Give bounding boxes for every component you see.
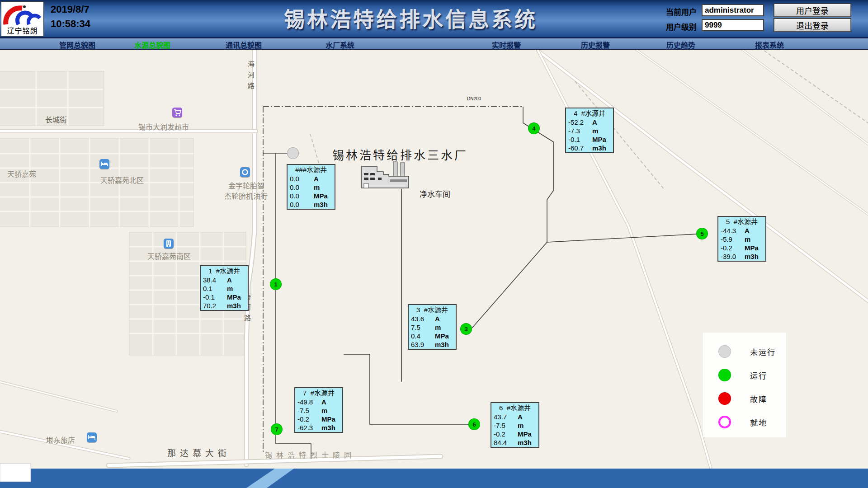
well-value: 43.6: [411, 314, 435, 323]
well-value: -44.3: [721, 226, 745, 235]
header-bar: 辽宁铭朗 2019/8/7 10:58:34 锡林浩特给排水信息系统 当前用户 …: [0, 0, 868, 37]
well-value: -0.2: [494, 430, 518, 438]
well-measurement-row: 0.0A: [288, 174, 335, 183]
legend-status-icon: [718, 416, 731, 428]
tire-icon: [240, 167, 250, 177]
current-user-input[interactable]: [702, 4, 764, 16]
main-nav: 管网总貌图水源总貌图通讯总貌图水厂系统实时报警历史报警历史趋势报表系统: [0, 37, 868, 50]
well-box-1: 1 #水源井38.4A0.1m-0.1MPa70.2m3h: [200, 265, 249, 311]
legend-label: 未运行: [750, 346, 776, 357]
current-user-label: 当前用户: [666, 6, 697, 17]
well-unit: A: [435, 314, 440, 323]
well-unit: A: [518, 413, 523, 421]
login-button[interactable]: 用户登录: [774, 4, 851, 17]
well-value: 0.0: [290, 183, 314, 192]
well-value: -7.3: [568, 127, 592, 135]
well-value: -60.7: [568, 144, 592, 152]
street-label: 锡林浩特烈士陵园: [265, 449, 355, 460]
well-unit: m3h: [314, 200, 328, 209]
well-unit: m3h: [745, 252, 759, 261]
well-measurement-row: -0.2MPa: [491, 430, 538, 438]
legend-label: 就地: [750, 417, 767, 428]
well-measurement-row: -7.5m: [295, 406, 342, 415]
poi-label: 垠东旅店: [46, 434, 75, 445]
well-unit: m: [745, 235, 750, 244]
well-value: -5.9: [721, 235, 745, 244]
legend-status-icon: [718, 369, 731, 381]
bed-icon: [87, 432, 97, 442]
nav-item-5[interactable]: 实时报警: [492, 39, 521, 50]
well-marker-4[interactable]: 4: [528, 122, 540, 134]
well-unit: A: [314, 174, 319, 183]
poi-label: 天骄嘉苑: [7, 168, 36, 179]
legend-label: 故障: [750, 393, 767, 404]
building-icon: [164, 239, 174, 249]
well-marker-3[interactable]: 3: [460, 323, 472, 335]
user-level-input[interactable]: [702, 19, 764, 31]
well-marker-1[interactable]: 1: [270, 278, 282, 290]
well-marker-5[interactable]: 5: [696, 228, 708, 239]
scada-screen: 辽宁铭朗 2019/8/7 10:58:34 锡林浩特给排水信息系统 当前用户 …: [0, 0, 868, 488]
poi-label: 金宇轮胎智: [228, 180, 264, 191]
well-measurement-row: -39.0m3h: [718, 252, 765, 261]
well-measurement-row: -5.9m: [718, 235, 765, 244]
well-unit: m3h: [592, 144, 606, 152]
nav-item-7[interactable]: 历史趋势: [666, 39, 695, 50]
well-measurement-row: 0.1m: [201, 284, 248, 293]
well-measurement-row: 84.4m3h: [491, 438, 538, 447]
factory-icon: [362, 162, 409, 188]
well-unit: A: [227, 276, 232, 284]
well-marker-6[interactable]: 6: [468, 418, 480, 430]
well-value: 63.9: [411, 340, 435, 349]
well-box-7: 7 #水源井-49.8A-7.5m-0.2MPa-62.3m3h: [294, 387, 343, 433]
well-value: 0.0: [290, 192, 314, 200]
logout-button[interactable]: 退出登录: [774, 19, 851, 32]
pipe-diameter-label: DN200: [467, 96, 481, 101]
well-box-title: 7 #水源井: [295, 388, 342, 398]
well-unit: MPa: [518, 430, 532, 438]
well-value: -0.2: [297, 415, 321, 423]
street-label: 海河路: [246, 61, 255, 93]
well-measurement-row: 0.4MPa: [409, 332, 456, 340]
well-measurement-row: 0.0m3h: [288, 200, 335, 209]
well-measurement-row: -60.7m3h: [566, 144, 613, 152]
well-value: 84.4: [494, 438, 518, 447]
well-measurement-row: 70.2m3h: [201, 301, 248, 310]
well-value: 43.7: [494, 413, 518, 421]
well-marker-2[interactable]: [287, 147, 299, 159]
well-unit: A: [321, 398, 326, 406]
well-unit: MPa: [321, 415, 335, 423]
legend-status-icon: [718, 392, 731, 405]
nav-item-2[interactable]: 水源总貌图: [134, 39, 170, 50]
well-box-title: 1 #水源井: [201, 266, 248, 276]
poi-label: 天骄嘉苑北区: [100, 174, 144, 185]
well-value: -0.2: [721, 244, 745, 252]
well-measurement-row: -0.2MPa: [718, 244, 765, 252]
well-unit: MPa: [227, 293, 241, 301]
nav-item-3[interactable]: 通讯总貌图: [226, 39, 262, 50]
well-marker-7[interactable]: 7: [271, 423, 283, 435]
poi-label: 天骄嘉苑南区: [147, 250, 191, 261]
well-measurement-row: -0.1MPa: [566, 135, 613, 144]
well-box-title: 6 #水源井: [491, 403, 538, 413]
poi-label: 锡市大润发超市: [138, 121, 189, 132]
well-unit: MPa: [745, 244, 759, 252]
nav-item-8[interactable]: 报表系统: [755, 39, 784, 50]
plant-title: 锡林浩特给排水三水厂: [332, 146, 468, 163]
nav-item-6[interactable]: 历史报警: [581, 39, 610, 50]
well-measurement-row: -49.8A: [295, 398, 342, 406]
user-level-label: 用户级别: [666, 21, 697, 32]
well-measurement-row: -52.2A: [566, 118, 613, 127]
well-value: -7.5: [297, 406, 321, 415]
logo-swoosh-icon: [3, 3, 42, 25]
street-label: 长城街: [45, 114, 67, 125]
legend-status-icon: [718, 345, 731, 358]
well-box-title: 3 #水源井: [409, 305, 456, 314]
street-label: 那达慕大街: [167, 446, 231, 459]
bed-icon: [99, 159, 109, 169]
well-unit: A: [745, 226, 750, 235]
poi-label: 杰轮胎机油行: [224, 190, 268, 201]
nav-item-4[interactable]: 水厂系统: [326, 39, 354, 50]
well-measurement-row: 0.0m: [288, 183, 335, 192]
nav-item-1[interactable]: 管网总貌图: [59, 39, 95, 50]
